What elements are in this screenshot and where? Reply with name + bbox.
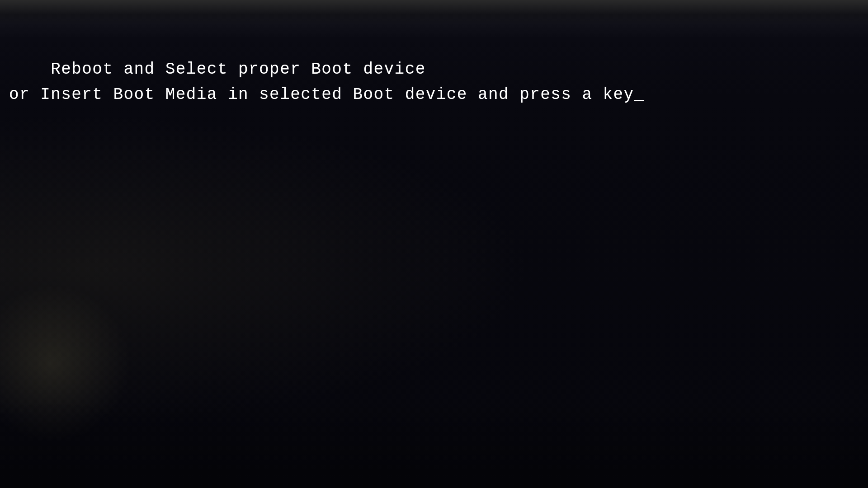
bios-screen: Reboot and Select proper Boot deviceor I… bbox=[0, 0, 868, 488]
boot-error-message: Reboot and Select proper Boot deviceor I… bbox=[9, 32, 645, 132]
light-reflection bbox=[0, 285, 131, 443]
boot-message-line2: or Insert Boot Media in selected Boot de… bbox=[9, 85, 634, 104]
boot-message-line1: Reboot and Select proper Boot device bbox=[51, 60, 426, 79]
cursor: _ bbox=[634, 82, 645, 108]
